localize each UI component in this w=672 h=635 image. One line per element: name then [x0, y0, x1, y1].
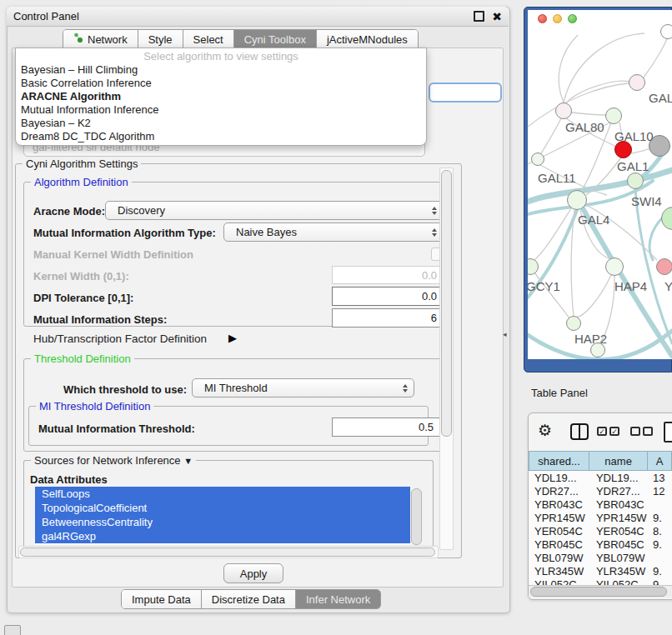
algorithm-option[interactable]: Bayesian – K2 — [16, 117, 426, 130]
list-scrollbar[interactable] — [411, 488, 422, 545]
tab-infer-network[interactable]: Infer Network — [295, 590, 380, 608]
node-pink[interactable] — [656, 258, 672, 275]
algorithm-dropdown-placeholder: Select algorithm to view settings — [16, 48, 426, 63]
mi-threshold-value: 0.5 — [419, 421, 434, 433]
table-row[interactable]: YPR145WYPR145W9. — [529, 511, 672, 524]
split-view-icon[interactable] — [570, 423, 589, 440]
tab-infer-network-label: Infer Network — [306, 593, 370, 606]
mi-steps-field[interactable]: 6 — [332, 308, 444, 328]
tab-style[interactable]: Style — [138, 30, 183, 48]
aracne-mode-combo[interactable]: Discovery — [105, 201, 444, 220]
tab-style-label: Style — [148, 33, 173, 46]
column-header-cropped[interactable]: A — [648, 451, 672, 471]
node-table: shared... name A YDL19...YDL19...13 YDR2… — [529, 451, 672, 591]
table-row[interactable]: YDR27...YDR27...12 — [529, 484, 672, 498]
tab-network[interactable]: Network — [63, 30, 138, 48]
manual-kernel-width-label: Manual Kernel Width Definition — [33, 248, 193, 261]
window-minimize-button[interactable] — [553, 14, 562, 23]
chevron-updown-icon — [403, 384, 408, 392]
table-row[interactable]: YDL19...YDL19...13 — [529, 471, 672, 484]
node-hap2[interactable] — [566, 316, 581, 331]
apply-button-label: Apply — [240, 568, 268, 580]
node-label: GAL11 — [538, 171, 576, 185]
node-hap4[interactable] — [605, 258, 624, 276]
control-panel-title: Control Panel — [13, 10, 79, 22]
tab-jactivemnodules-label: jActiveMNodules — [327, 33, 408, 46]
list-item-selected[interactable]: SelfLoops — [35, 487, 410, 501]
screen: { "colors": { "selection_blue": "#3a6fd8… — [0, 0, 672, 635]
tab-cyni-toolbox[interactable]: Cyni Toolbox — [233, 30, 316, 48]
mi-algorithm-type-combo[interactable]: Naive Bayes — [223, 222, 444, 242]
collapsed-panel-button[interactable] — [4, 625, 21, 635]
tab-select-label: Select — [193, 33, 223, 46]
close-icon[interactable]: ✖ — [492, 12, 502, 22]
which-threshold-combo[interactable]: MI Threshold — [192, 378, 414, 398]
table-header-row: shared... name A — [529, 451, 672, 471]
mi-threshold-field[interactable]: 0.5 — [332, 418, 440, 437]
algorithm-option[interactable]: Bayesian – Hill Climbing — [16, 63, 426, 77]
apply-button[interactable]: Apply — [223, 563, 283, 583]
column-header-name[interactable]: name — [589, 451, 648, 471]
table-hscrollbar-thumb[interactable] — [530, 587, 667, 597]
list-item-selected[interactable]: BetweennessCentrality — [35, 515, 410, 529]
sources-group-title: Sources for Network Inference ▼ — [31, 454, 196, 468]
mi-algorithm-type-value: Naive Bayes — [224, 226, 297, 238]
node[interactable] — [629, 74, 645, 91]
node-swi4[interactable] — [627, 172, 644, 189]
node-label: GAL1 — [617, 159, 649, 173]
window-close-button[interactable] — [538, 14, 547, 23]
data-attributes-label: Data Attributes — [30, 473, 108, 486]
tab-discretize-data-label: Discretize Data — [212, 593, 285, 606]
panel-resize-handle-icon[interactable]: ◂ — [503, 330, 507, 338]
node-gal80[interactable] — [555, 102, 572, 119]
column-header-shared-name[interactable]: shared... — [529, 451, 589, 471]
node-label: GAL4 — [578, 212, 609, 227]
tab-impute-data-label: Impute Data — [132, 593, 191, 606]
kernel-width-field[interactable]: 0.0 — [332, 266, 444, 284]
node-gal10[interactable] — [605, 108, 622, 124]
control-panel-tabbar: Network Style Select Cyni Toolbox jActiv… — [63, 29, 419, 49]
show-columns-icon[interactable]: ✓✓ — [597, 427, 619, 436]
hub-definition-label: Hub/Transcription Factor Definition — [33, 332, 207, 345]
node-label: Y — [664, 279, 672, 293]
tab-jactivemnodules[interactable]: jActiveMNodules — [316, 30, 418, 48]
algorithm-option[interactable]: Mutual Information Inference — [16, 103, 426, 117]
algorithm-combo-focus-stub[interactable] — [429, 82, 502, 102]
expand-right-arrow-icon[interactable]: ▶ — [228, 332, 237, 344]
list-item-selected[interactable]: gal4RGexp — [35, 529, 410, 543]
table-row[interactable]: YLR345WYLR345W9. — [529, 564, 672, 578]
node-red-selected[interactable] — [614, 141, 632, 158]
dpi-tolerance-field[interactable]: 0.0 — [332, 287, 444, 306]
aracne-mode-value: Discovery — [106, 204, 165, 217]
algorithm-option[interactable]: Dream8 DC_TDC Algorithm — [16, 130, 426, 143]
mi-threshold-label: Mutual Information Threshold: — [38, 422, 195, 435]
network-canvas[interactable]: GAL GAL80 GAL10 GAL1 GAL11 SWI4 GAL4 GCY… — [528, 10, 672, 359]
chevron-updown-icon — [432, 228, 437, 237]
float-window-icon[interactable] — [474, 11, 484, 22]
settings-horizontal-scrollbar-thumb[interactable] — [20, 548, 435, 557]
table-row[interactable]: YBR043CYBR043C — [529, 498, 672, 511]
node-label: SWI4 — [631, 194, 662, 208]
kernel-width-label: Kernel Width (0,1): — [33, 270, 129, 282]
algorithm-option[interactable]: Basic Correlation Inference — [16, 77, 426, 90]
hide-columns-icon[interactable]: ✓✓ — [630, 427, 653, 436]
mi-threshold-group-title: MI Threshold Definition — [36, 400, 153, 412]
node-gal4[interactable] — [567, 190, 587, 210]
tab-discretize-data[interactable]: Discretize Data — [201, 590, 295, 608]
tab-select[interactable]: Select — [183, 30, 233, 48]
control-panel-titlebar[interactable]: Control Panel ✖ — [7, 7, 509, 27]
tab-impute-data[interactable]: Impute Data — [122, 590, 201, 608]
gear-icon[interactable]: ⚙ — [538, 421, 552, 440]
algorithm-option-selected[interactable]: ARACNE Algorithm — [16, 90, 426, 103]
table-row[interactable]: YBR045CYBR045C9. — [529, 538, 672, 551]
table-row[interactable]: YBL079WYBL079W — [529, 551, 672, 564]
node-label: HAP2 — [574, 332, 607, 346]
collapse-down-arrow-icon[interactable]: ▼ — [183, 456, 193, 466]
node[interactable] — [660, 24, 672, 39]
window-zoom-button[interactable] — [568, 14, 577, 23]
list-item-selected[interactable]: TopologicalCoefficient — [35, 501, 410, 515]
table-row[interactable]: YER054CYER054C8. — [529, 524, 672, 538]
page-icon[interactable] — [664, 422, 672, 442]
node-gal11[interactable] — [531, 152, 544, 166]
settings-vertical-scrollbar-thumb[interactable] — [441, 170, 452, 437]
